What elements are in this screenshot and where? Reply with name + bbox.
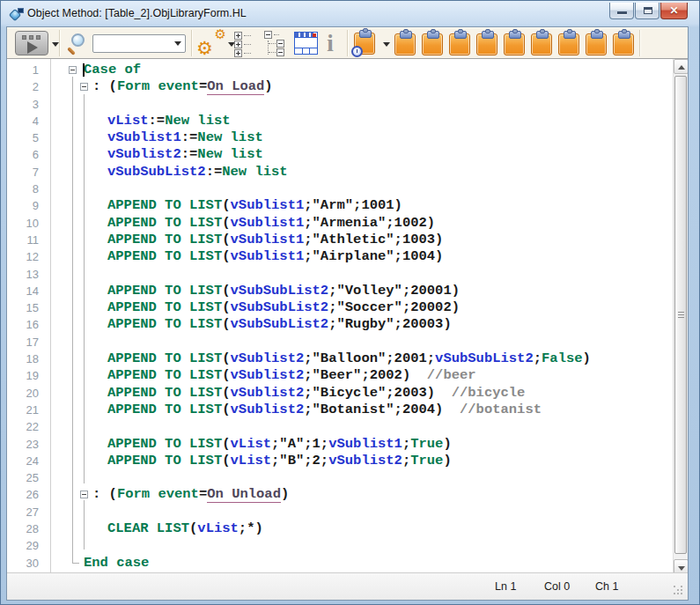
close-button[interactable]: ✕ <box>660 3 688 19</box>
toolbar: ⚙⚙ i <box>7 27 688 59</box>
token-kw: APPEND TO LIST <box>107 453 222 469</box>
code-line[interactable]: 1Case of <box>7 62 673 78</box>
code-line[interactable]: 16APPEND TO LIST(vSubSubList2;"Rugby";20… <box>7 316 673 333</box>
token-pl: ;"Armenia";1002) <box>304 215 435 231</box>
code-line[interactable]: 13 <box>7 266 673 283</box>
clipboard-1-icon[interactable] <box>394 33 416 55</box>
play-icon <box>27 41 38 54</box>
token-kw: APPEND TO LIST <box>107 367 222 383</box>
token-pl: ; <box>402 453 410 469</box>
code-line[interactable]: 7vSubSubList2:=New list <box>7 164 673 181</box>
code-line[interactable]: 18APPEND TO LIST(vSublist2;"Balloon";200… <box>7 350 673 367</box>
token-kw: End case <box>84 555 149 571</box>
code-line[interactable]: 15APPEND TO LIST(vSubSubList2;"Soccer";2… <box>7 299 673 316</box>
clipboard-dropdown-arrow[interactable] <box>383 42 390 50</box>
token-var: vSublist2 <box>107 146 181 162</box>
token-pl: ;"Athletic";1003) <box>304 232 443 247</box>
token-pl: ( <box>222 367 230 383</box>
token-pl: = <box>199 486 207 502</box>
line-number: 4 <box>7 113 39 129</box>
fold-toggle[interactable] <box>80 491 88 498</box>
code-line[interactable]: 2: (Form event=On Load) <box>7 78 673 95</box>
clipboard-2-icon[interactable] <box>422 33 443 55</box>
code-line[interactable]: 6vSublist2:=New list <box>7 146 673 163</box>
code-editor[interactable]: 1Case of2: (Form event=On Load)34vList:=… <box>7 59 688 574</box>
token-pl: ( <box>222 453 230 469</box>
token-var: vSublist2 <box>231 385 305 401</box>
token-pl: ( <box>222 299 230 315</box>
run-dropdown-arrow[interactable] <box>52 42 59 50</box>
token-var: vSublist1 <box>107 129 181 145</box>
token-cm: //bicycle <box>435 385 525 401</box>
run-method-button[interactable] <box>15 31 48 55</box>
code-line[interactable]: 19APPEND TO LIST(vSublist2;"Beer";2002) … <box>7 367 673 384</box>
code-line[interactable]: 24APPEND TO LIST(vList;"B";2;vSublist2;T… <box>7 453 673 469</box>
code-line[interactable]: 23APPEND TO LIST(vList;"A";1;vSublist1;T… <box>7 436 673 453</box>
vertical-scrollbar[interactable] <box>673 59 688 574</box>
code-line[interactable]: 30End case <box>7 555 673 572</box>
clipboard-7-icon[interactable] <box>558 33 579 55</box>
search-icon <box>65 33 86 55</box>
code-line[interactable]: 22 <box>7 418 673 435</box>
line-number: 27 <box>7 504 39 520</box>
line-number: 7 <box>7 164 39 181</box>
method-editor-form-icon[interactable] <box>294 32 318 55</box>
token-pl: ( <box>222 215 230 231</box>
code-line[interactable]: 14APPEND TO LIST(vSubSubList2;"Volley";2… <box>7 283 673 299</box>
code-line[interactable]: 26: (Form event=On Unload) <box>7 486 673 503</box>
fold-toggle[interactable] <box>80 83 88 91</box>
token-kw: APPEND TO LIST <box>107 402 222 417</box>
code-line[interactable]: 20APPEND TO LIST(vSublist2;"Bicycle";200… <box>7 385 673 402</box>
token-var: vList <box>231 453 272 469</box>
token-ct: On Load <box>207 78 264 95</box>
expand-all-button[interactable] <box>234 31 255 56</box>
code-line[interactable]: 3 <box>7 96 673 113</box>
code-line[interactable]: 21APPEND TO LIST(vSublist2;"Botanist";20… <box>7 402 673 418</box>
code-line[interactable]: 4vList:=New list <box>7 113 673 129</box>
info-button[interactable]: i <box>322 30 338 56</box>
clipboard-6-icon[interactable] <box>531 33 552 55</box>
macros-gears-icon[interactable]: ⚙⚙ <box>196 29 226 57</box>
code-line[interactable]: 5vSublist1:=New list <box>7 129 673 146</box>
resize-grip[interactable] <box>674 586 675 587</box>
clipboard-5-icon[interactable] <box>504 33 525 55</box>
token-kw: True <box>410 436 443 452</box>
clipboard-4-icon[interactable] <box>476 33 497 55</box>
client-area: ⚙⚙ i <box>6 26 689 601</box>
fold-toggle[interactable] <box>69 66 77 74</box>
code-line[interactable]: 29 <box>7 537 673 554</box>
code-line[interactable]: 9APPEND TO LIST(vSublist1;"Arm";1001) <box>7 197 673 214</box>
token-pl: ( <box>222 232 230 247</box>
minimize-button[interactable] <box>609 3 634 19</box>
scroll-up-button[interactable] <box>674 59 688 74</box>
code-line[interactable]: 12APPEND TO LIST(vSublist1;"Airplane";10… <box>7 248 673 265</box>
code-line[interactable]: 11APPEND TO LIST(vSublist1;"Athletic";10… <box>7 232 673 248</box>
search-dropdown-arrow[interactable] <box>174 41 181 49</box>
token-kw: New list <box>165 113 230 129</box>
clipboard-9-icon[interactable] <box>613 33 634 55</box>
token-pl: ;"Airplane";1004) <box>304 248 443 264</box>
code-line[interactable]: 17 <box>7 334 673 350</box>
search-input[interactable] <box>92 34 186 53</box>
token-pl: ( <box>222 283 230 299</box>
code-line[interactable]: 25 <box>7 469 673 486</box>
token-var: vSublist1 <box>328 436 402 452</box>
token-var: vSublist2 <box>231 367 305 383</box>
code-line[interactable]: 27 <box>7 504 673 520</box>
code-line[interactable]: 10APPEND TO LIST(vSublist1;"Armenia";100… <box>7 215 673 232</box>
token-var: vSubSubList2 <box>107 164 206 180</box>
code-line[interactable]: 28CLEAR LIST(vList;*) <box>7 520 673 537</box>
scrollbar-thumb[interactable] <box>674 76 687 554</box>
clipboard-8-icon[interactable] <box>586 33 607 55</box>
title-bar[interactable]: Object Method: [Table_2].ObjLibraryForm.… <box>1 1 699 26</box>
collapse-all-button[interactable] <box>264 31 291 56</box>
line-number: 24 <box>7 453 39 469</box>
token-pl: ) <box>443 453 451 469</box>
token-pl: ) <box>443 436 451 452</box>
clipboard-3-icon[interactable] <box>449 33 470 55</box>
maximize-button[interactable] <box>635 3 659 19</box>
token-pl: := <box>206 164 223 180</box>
code-line[interactable]: 8 <box>7 181 673 197</box>
token-pl: ( <box>189 520 197 536</box>
clipboard-history-button[interactable] <box>354 33 375 55</box>
